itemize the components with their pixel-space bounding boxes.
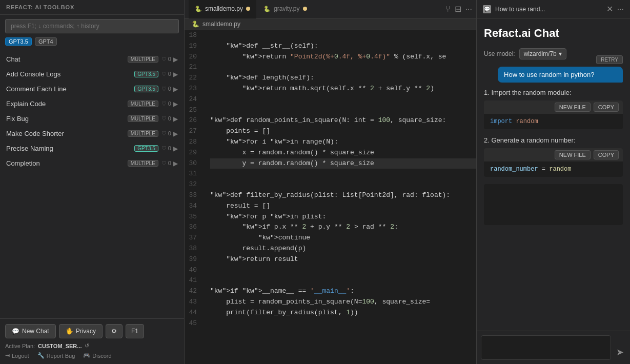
assistant-section-2: 2. Generate a random number: NEW FILE CO…: [484, 136, 623, 177]
send-icon: ➤: [616, 347, 624, 357]
line-number: 41: [185, 275, 201, 286]
line-number: 44: [185, 308, 201, 318]
tool-item-precise-naming[interactable]: Precise Naming GPT3.5 ♡ 0 ▶: [0, 141, 184, 156]
code-line: "kw">for p "kw">in plist:: [210, 212, 476, 223]
heart-button[interactable]: ♡ 0: [161, 115, 171, 122]
new-chat-label: New Chat: [22, 328, 49, 335]
code-line: plist = random_points_in_square(N=100, s…: [210, 297, 476, 308]
modified-indicator-2: [303, 7, 307, 11]
heart-button[interactable]: ♡ 0: [161, 160, 171, 167]
report-bug-link[interactable]: 🔧 Report Bug: [37, 352, 75, 359]
code-line: "kw">if p.x ** 2 + p.y ** 2 > rad ** 2:: [210, 222, 476, 233]
branch-icon[interactable]: ⑂: [445, 5, 451, 14]
tool-tag: GPT3.5: [134, 86, 158, 92]
new-file-button-1[interactable]: NEW FILE: [555, 103, 591, 112]
new-file-button-2[interactable]: NEW FILE: [555, 150, 591, 159]
play-button[interactable]: ▶: [173, 86, 178, 93]
heart-button[interactable]: ♡ 0: [161, 100, 171, 107]
line-number: 36: [185, 222, 201, 233]
play-button[interactable]: ▶: [173, 115, 178, 123]
tool-item-add-console-logs[interactable]: Add Console Logs GPT3.5 ♡ 0 ▶: [0, 67, 184, 82]
chat-more-button[interactable]: ···: [617, 5, 624, 14]
heart-button[interactable]: ♡ 0: [161, 86, 171, 92]
heart-button[interactable]: ♡ 0: [161, 145, 171, 152]
code-line: [210, 318, 476, 329]
chat-heading: Refact.ai Chat: [484, 27, 623, 40]
new-chat-button[interactable]: 💬 New Chat: [5, 324, 56, 338]
code-line: [210, 105, 476, 116]
play-button[interactable]: ▶: [173, 71, 178, 78]
tool-actions: ♡ 0 ▶: [161, 115, 178, 123]
copy-button-2[interactable]: COPY: [594, 150, 619, 159]
logout-label: Logout: [12, 353, 29, 359]
retry-button[interactable]: RETRY: [596, 55, 623, 64]
tool-tag: GPT3.5: [134, 71, 158, 77]
heart-button[interactable]: ♡ 0: [161, 71, 171, 77]
code-line: [210, 62, 476, 73]
gear-icon: ⚙: [111, 328, 117, 335]
line-number: 40: [185, 265, 201, 276]
code-line: x = random.random() * square_size: [210, 148, 476, 158]
code-line: "kw">def length(self):: [210, 73, 476, 84]
tab-gravity[interactable]: 🐍 gravity.py: [257, 0, 318, 18]
f1-button[interactable]: F1: [126, 324, 144, 338]
tool-name: Completion: [6, 159, 123, 167]
code-text[interactable]: "kw">def __str__(self): "kw">return "Poi…: [205, 30, 476, 364]
chat-tab-title: How to use rand...: [495, 6, 602, 13]
play-button[interactable]: ▶: [173, 160, 178, 167]
line-number: 25: [185, 105, 201, 116]
heart-button[interactable]: ♡ 0: [161, 56, 171, 63]
code-scroll[interactable]: 1819202122232425262728293031323334353637…: [185, 30, 476, 364]
play-button[interactable]: ▶: [173, 130, 178, 137]
send-button[interactable]: ➤: [614, 345, 626, 360]
model-select[interactable]: wizardlm/7b ▾: [519, 48, 566, 59]
refresh-icon[interactable]: ↺: [85, 342, 89, 349]
more-icon[interactable]: ···: [465, 5, 472, 14]
tab-smalldemo[interactable]: 🐍 smalldemo.py: [189, 0, 256, 18]
tool-item-fix-bug[interactable]: Fix Bug MULTIPLE ♡ 0 ▶: [0, 111, 184, 126]
line-number: 23: [185, 84, 201, 94]
heart-button[interactable]: ♡ 0: [161, 130, 171, 137]
search-input[interactable]: [5, 19, 179, 33]
copy-button-1[interactable]: COPY: [594, 103, 619, 112]
play-button[interactable]: ▶: [173, 56, 178, 63]
line-number: 35: [185, 212, 201, 223]
code-line: points = []: [210, 126, 476, 137]
code-line: result = []: [210, 201, 476, 212]
tool-item-make-code-shorter[interactable]: Make Code Shorter MULTIPLE ♡ 0 ▶: [0, 126, 184, 141]
code-line: result.append(p): [210, 244, 476, 254]
tool-list: Chat MULTIPLE ♡ 0 ▶ Add Console Logs GPT…: [0, 50, 184, 318]
tool-item-completion[interactable]: Completion MULTIPLE ♡ 0 ▶: [0, 156, 184, 171]
play-button[interactable]: ▶: [173, 100, 178, 108]
tab-gravity-label: gravity.py: [274, 5, 299, 12]
tool-name: Fix Bug: [6, 115, 123, 123]
badge-gpt4[interactable]: GPT4: [35, 37, 57, 46]
tool-item-explain-code[interactable]: Explain Code MULTIPLE ♡ 0 ▶: [0, 96, 184, 111]
split-icon[interactable]: ⊟: [455, 4, 461, 14]
chat-input[interactable]: [481, 335, 611, 360]
assistant-section-1: 1. Import the random module: NEW FILE CO…: [484, 89, 623, 129]
editor-actions: ⑂ ⊟ ···: [445, 4, 472, 14]
privacy-icon: 🖐: [66, 328, 73, 335]
tool-item-comment-each-line[interactable]: Comment Each Line GPT3.5 ♡ 0 ▶: [0, 82, 184, 96]
badge-gpt35[interactable]: GPT3.5: [5, 37, 32, 46]
left-footer: 💬 New Chat 🖐 Privacy ⚙ F1 Active Plan: C…: [0, 318, 184, 364]
center-panel: 🐍 smalldemo.py 🐍 gravity.py ⑂ ⊟ ··· 🐍 sm…: [185, 0, 476, 364]
code-line: y = random.random() * square_size: [210, 158, 476, 169]
code-line: [210, 265, 476, 276]
settings-button[interactable]: ⚙: [106, 324, 123, 338]
discord-link[interactable]: 🎮 Discord: [83, 352, 111, 359]
play-button[interactable]: ▶: [173, 145, 178, 152]
line-number: 28: [185, 137, 201, 148]
tool-item-chat[interactable]: Chat MULTIPLE ♡ 0 ▶: [0, 52, 184, 67]
tool-name: Make Code Shorter: [6, 130, 123, 137]
privacy-button[interactable]: 🖐 Privacy: [59, 324, 103, 338]
chat-tab-header: 💬 How to use rand... ✕ ···: [477, 0, 630, 18]
tool-tag: MULTIPLE: [128, 115, 158, 122]
chevron-down-icon: ▾: [559, 50, 562, 57]
tool-actions: ♡ 0 ▶: [161, 56, 178, 63]
chat-close-button[interactable]: ✕: [606, 4, 613, 14]
logout-link[interactable]: ⇥ Logout: [5, 352, 29, 359]
line-numbers: 1819202122232425262728293031323334353637…: [185, 30, 205, 364]
user-message: How to use random in python?: [498, 67, 623, 83]
